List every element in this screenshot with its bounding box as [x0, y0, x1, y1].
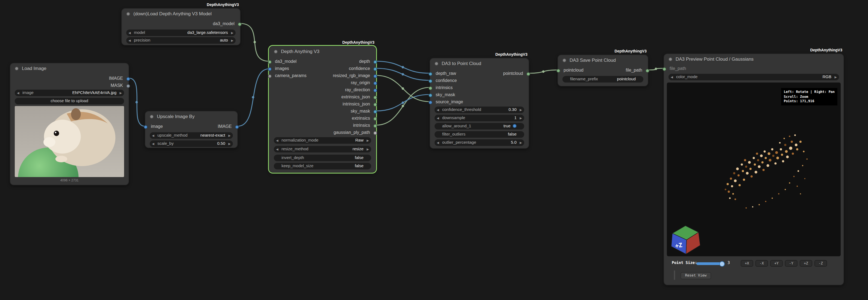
collapse-dot-icon[interactable]	[15, 67, 19, 70]
input-port-icon[interactable]	[429, 93, 432, 97]
arrow-right-icon[interactable]: ▶	[520, 139, 522, 146]
axis-button-plus-y[interactable]: +Y	[770, 260, 783, 267]
point-size-slider[interactable]	[696, 262, 724, 265]
node-da3-preview-point-cloud[interactable]: DepthAnythingV3 DA3 Preview Point Cloud …	[663, 54, 844, 285]
axis-gizmo-cube[interactable]: +Z	[668, 220, 703, 255]
widget-outlier-percentage[interactable]: ◀ outlier_percentage 5.0 ▶	[435, 139, 524, 146]
axis-button-minus-z[interactable]: -Z	[814, 260, 827, 267]
arrow-right-icon[interactable]: ▶	[231, 37, 234, 44]
input-port-icon[interactable]	[268, 67, 272, 71]
output-port-icon[interactable]	[373, 109, 377, 113]
arrow-left-icon[interactable]: ◀	[437, 106, 439, 113]
output-port-icon[interactable]	[373, 74, 377, 78]
output-port-icon[interactable]	[646, 69, 649, 72]
collapse-dot-icon[interactable]	[274, 50, 278, 54]
arrow-left-icon[interactable]: ◀	[276, 137, 278, 144]
widget-invert-depth[interactable]: invert_depth false	[274, 155, 371, 161]
arrow-right-icon[interactable]: ▶	[520, 115, 522, 121]
output-port-icon[interactable]	[373, 67, 377, 71]
widget-resize-method[interactable]: ◀ resize_method resize ▶	[274, 146, 371, 153]
output-port-icon[interactable]	[373, 95, 377, 99]
widget-confidence-threshold[interactable]: ◀ confidence_threshold 0.30 ▶	[435, 106, 524, 113]
output-port-icon[interactable]	[238, 22, 242, 26]
arrow-right-icon[interactable]: ▶	[520, 106, 522, 113]
widget-label: keep_model_size	[281, 163, 313, 169]
toggle-on-icon[interactable]	[513, 124, 517, 128]
node-da3-to-point-cloud[interactable]: DepthAnythingV3 DA3 to Point Cloud depth…	[430, 58, 529, 148]
widget-model[interactable]: ◀ model da3_large.safetensors ▶	[126, 30, 236, 36]
arrow-left-icon[interactable]: ◀	[152, 132, 154, 139]
arrow-right-icon[interactable]: ▶	[367, 146, 369, 153]
input-port-icon[interactable]	[429, 79, 432, 83]
collapse-dot-icon[interactable]	[150, 115, 154, 119]
arrow-right-icon[interactable]: ▶	[835, 74, 837, 80]
arrow-right-icon[interactable]: ▶	[367, 137, 369, 144]
widget-filename-prefix[interactable]: filename_prefix pointcloud	[562, 76, 643, 82]
node-load-image[interactable]: Load Image IMAGE MASK ◀ image EhPCh8eVkA…	[10, 63, 129, 185]
arrow-right-icon[interactable]: ▶	[228, 132, 231, 139]
output-port-icon[interactable]	[235, 125, 239, 129]
pointcloud-viewport[interactable]: Left: Rotate | Right: Pan Scroll: Zoom P…	[667, 82, 841, 256]
node-pack-badge: DepthAnythingV3	[207, 3, 239, 6]
widget-allow-around-1[interactable]: allow_around_1 true	[435, 123, 524, 130]
input-port-icon[interactable]	[268, 74, 272, 78]
arrow-left-icon[interactable]: ◀	[671, 74, 673, 80]
node-graph-canvas[interactable]: Load Image IMAGE MASK ◀ image EhPCh8eVkA…	[0, 0, 868, 300]
node-da3-save-point-cloud[interactable]: DepthAnythingV3 DA3 Save Point Cloud poi…	[558, 55, 648, 86]
collapse-dot-icon[interactable]	[435, 62, 438, 66]
input-port-icon[interactable]	[144, 125, 148, 129]
axis-button-plus-z[interactable]: +Z	[800, 260, 812, 267]
output-slot-image: IMAGE	[218, 124, 232, 130]
output-port-icon[interactable]	[373, 88, 377, 92]
reset-view-button[interactable]: Reset View	[681, 272, 711, 279]
widget-downsample[interactable]: ◀ downsample 1 ▶	[435, 115, 524, 121]
widget-filter-outliers[interactable]: filter_outliers false	[435, 131, 524, 138]
arrow-right-icon[interactable]: ▶	[120, 90, 122, 96]
axis-button-plus-x[interactable]: +X	[741, 260, 753, 267]
arrow-left-icon[interactable]: ◀	[128, 37, 131, 44]
axis-button-minus-x[interactable]: -X	[755, 260, 768, 267]
arrow-left-icon[interactable]: ◀	[128, 30, 131, 36]
arrow-left-icon[interactable]: ◀	[276, 146, 278, 153]
input-port-icon[interactable]	[429, 86, 432, 90]
arrow-left-icon[interactable]: ◀	[437, 115, 439, 121]
slider-knob-icon[interactable]	[719, 261, 725, 266]
output-port-icon[interactable]	[373, 102, 377, 106]
node-upscale-image-by[interactable]: Upscale Image By image IMAGE ◀ upscale_m…	[145, 111, 238, 148]
node-load-da3-model[interactable]: DepthAnythingV3 (down)Load Depth Anythin…	[121, 8, 241, 45]
widget-upscale-method[interactable]: ◀ upscale_method nearest-exact ▶	[150, 132, 233, 139]
output-port-icon[interactable]	[373, 116, 377, 121]
input-port-icon[interactable]	[268, 60, 272, 64]
output-port-icon[interactable]	[526, 72, 530, 76]
output-port-icon[interactable]	[126, 77, 130, 80]
slot-label: depth_raw	[436, 71, 456, 76]
output-port-icon[interactable]	[373, 60, 377, 64]
input-port-icon[interactable]	[429, 72, 432, 76]
arrow-right-icon[interactable]: ▶	[228, 140, 231, 147]
output-port-icon[interactable]	[126, 84, 130, 88]
input-port-icon[interactable]	[556, 69, 560, 72]
output-port-icon[interactable]	[373, 131, 377, 135]
widget-image-combo[interactable]: ◀ image EhPCh8eVkAE4nVA.jpg ▶	[15, 90, 124, 96]
widget-keep-model-size[interactable]: keep_model_size false	[274, 163, 371, 169]
arrow-left-icon[interactable]: ◀	[17, 90, 19, 96]
widget-normalization-mode[interactable]: ◀ normalization_mode Raw ▶	[274, 137, 371, 144]
widget-scale-by[interactable]: ◀ scale_by 0.50 ▶	[150, 140, 233, 147]
collapse-dot-icon[interactable]	[669, 57, 672, 61]
input-port-icon[interactable]	[429, 100, 432, 104]
widget-color-mode[interactable]: ◀ color_mode RGB ▶	[669, 74, 839, 80]
arrow-left-icon[interactable]: ◀	[437, 139, 439, 146]
collapse-dot-icon[interactable]	[126, 12, 130, 16]
collapse-dot-icon[interactable]	[562, 59, 566, 62]
output-port-icon[interactable]	[373, 124, 377, 128]
input-port-icon[interactable]	[662, 67, 666, 71]
input-slot-intrinsics: intrinsics	[436, 85, 453, 91]
output-port-icon[interactable]	[373, 81, 377, 85]
arrow-right-icon[interactable]: ▶	[231, 30, 234, 36]
node-title: (down)Load Depth Anything V3 Model	[133, 11, 212, 16]
upload-button[interactable]: choose file to upload	[15, 98, 124, 104]
node-depth-anything-v3[interactable]: DepthAnythingV3 Depth Anything V3 da3_mo…	[269, 46, 376, 173]
arrow-left-icon[interactable]: ◀	[152, 140, 154, 147]
widget-precision[interactable]: ◀ precision auto ▶	[126, 37, 236, 44]
axis-button-minus-y[interactable]: -Y	[785, 260, 798, 267]
